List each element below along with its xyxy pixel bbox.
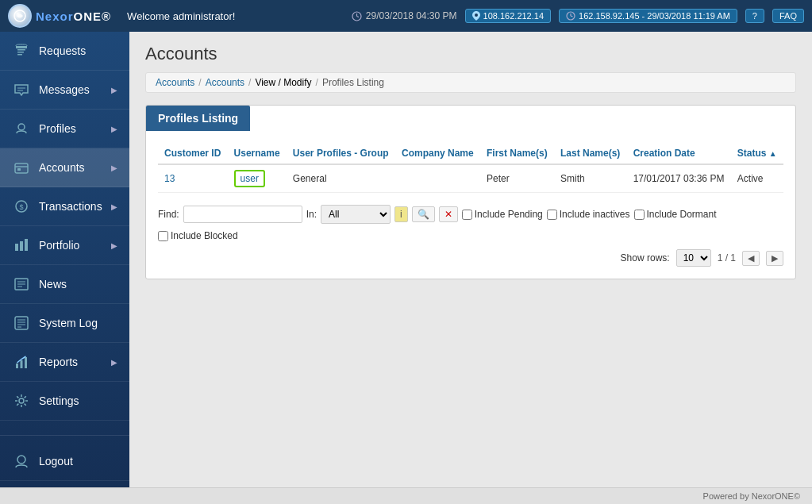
messages-arrow: ▶ xyxy=(111,86,117,94)
tab-panel: Profiles Listing Customer ID Username Us… xyxy=(145,105,796,279)
include-blocked-checkbox[interactable] xyxy=(158,231,168,241)
include-pending-label[interactable]: Include Pending xyxy=(462,209,543,220)
cell-status: Active xyxy=(731,164,783,193)
logo-icon xyxy=(8,4,32,28)
tab-profiles-listing[interactable]: Profiles Listing xyxy=(146,106,250,131)
clock-icon xyxy=(352,11,362,21)
ip1-badge: 108.162.212.14 xyxy=(465,9,551,23)
cell-creation-date: 17/01/2017 03:36 PM xyxy=(627,164,731,193)
col-last-name[interactable]: Last Name(s) xyxy=(554,143,627,164)
include-inactives-text: Include inactives xyxy=(560,209,630,220)
cell-first-name: Peter xyxy=(480,164,554,193)
portfolio-icon xyxy=(12,236,31,255)
profiles-arrow: ▶ xyxy=(111,125,117,133)
include-blocked-text: Include Blocked xyxy=(171,230,238,241)
col-user-profiles-group[interactable]: User Profiles - Group xyxy=(287,143,395,164)
requests-icon xyxy=(12,41,31,60)
portfolio-arrow: ▶ xyxy=(111,241,117,250)
sidebar-item-news-label: News xyxy=(39,278,67,290)
search-input[interactable] xyxy=(183,206,302,223)
include-inactives-label[interactable]: Include inactives xyxy=(547,209,630,220)
include-dormant-checkbox[interactable] xyxy=(634,210,645,220)
col-username[interactable]: Username xyxy=(228,143,287,164)
svg-line-3 xyxy=(356,16,359,17)
include-blocked-label[interactable]: Include Blocked xyxy=(158,230,238,241)
sidebar-item-transactions-label: Transactions xyxy=(39,200,102,213)
next-page-button[interactable]: ▶ xyxy=(766,251,783,266)
svg-rect-10 xyxy=(17,54,22,56)
in-select[interactable]: All Username Email Name xyxy=(321,205,391,224)
rows-select[interactable]: 10 25 50 xyxy=(676,249,711,267)
col-creation-date[interactable]: Creation Date xyxy=(627,143,731,164)
content-area: Accounts Accounts / Accounts / View / Mo… xyxy=(129,32,812,487)
sidebar-item-profiles-label: Profiles xyxy=(39,122,76,135)
col-first-name[interactable]: First Name(s) xyxy=(480,143,554,164)
logo-text: NexorONE® xyxy=(36,10,111,23)
sidebar-item-accounts-label: Accounts xyxy=(39,161,85,174)
sidebar-item-news[interactable]: News xyxy=(0,265,129,304)
info-button[interactable]: i xyxy=(394,206,408,222)
news-icon xyxy=(12,275,31,294)
include-pending-checkbox[interactable] xyxy=(462,210,472,220)
sidebar-item-reports-label: Reports xyxy=(39,356,78,368)
clear-button[interactable]: ✕ xyxy=(439,206,458,222)
sidebar-item-portfolio[interactable]: Portfolio ▶ xyxy=(0,226,129,265)
col-status[interactable]: Status ▲ xyxy=(731,143,783,164)
messages-icon xyxy=(12,80,31,99)
datetime-text: 29/03/2018 04:30 PM xyxy=(366,10,457,21)
breadcrumb-accounts-1[interactable]: Accounts xyxy=(156,77,194,88)
settings-icon xyxy=(12,391,31,410)
col-customer-id[interactable]: Customer ID xyxy=(158,143,228,164)
header-clock: 29/03/2018 04:30 PM xyxy=(352,10,457,21)
faq-button[interactable]: FAQ xyxy=(772,9,804,23)
tab-content: Customer ID Username User Profiles - Gro… xyxy=(146,131,795,279)
footer-text: Powered by NexorONE© xyxy=(703,491,800,501)
sidebar-item-logout[interactable]: Logout xyxy=(0,442,129,481)
breadcrumb-current: Profiles Listing xyxy=(322,77,384,88)
sidebar-item-system-log[interactable]: System Log xyxy=(0,304,129,343)
svg-rect-20 xyxy=(20,241,23,251)
sidebar-item-transactions[interactable]: $ Transactions ▶ xyxy=(0,187,129,226)
cell-customer-id: 13 xyxy=(158,164,228,193)
svg-rect-26 xyxy=(15,317,28,329)
show-rows-label: Show rows: xyxy=(621,252,670,264)
top-header: NexorONE® Welcome administrator! 29/03/2… xyxy=(0,0,812,32)
sidebar-item-settings[interactable]: Settings xyxy=(0,382,129,421)
customer-id-link[interactable]: 13 xyxy=(164,173,175,184)
cell-username: user xyxy=(228,164,287,193)
sidebar-item-system-log-label: System Log xyxy=(39,317,98,329)
logout-icon xyxy=(12,452,31,471)
ip2-badge: 162.158.92.145 - 29/03/2018 11:19 AM xyxy=(559,9,737,23)
svg-rect-21 xyxy=(25,239,28,251)
prev-page-button[interactable]: ◀ xyxy=(742,251,760,266)
sidebar-item-reports[interactable]: Reports ▶ xyxy=(0,343,129,382)
location-icon xyxy=(472,11,480,21)
include-dormant-label[interactable]: Include Dormant xyxy=(634,209,717,220)
svg-rect-19 xyxy=(15,244,18,251)
help-button[interactable]: ? xyxy=(745,9,764,23)
include-pending-text: Include Pending xyxy=(475,209,543,220)
system-log-icon xyxy=(12,314,31,333)
include-inactives-checkbox[interactable] xyxy=(547,210,557,220)
profiles-table: Customer ID Username User Profiles - Gro… xyxy=(158,143,783,193)
sidebar: Requests Messages ▶ Profiles ▶ xyxy=(0,32,129,487)
accounts-arrow: ▶ xyxy=(111,164,117,172)
include-dormant-text: Include Dormant xyxy=(647,209,717,220)
search-button[interactable]: 🔍 xyxy=(412,206,435,222)
sidebar-item-requests-label: Requests xyxy=(39,44,86,57)
sidebar-item-settings-label: Settings xyxy=(39,394,79,407)
breadcrumb-accounts-2[interactable]: Accounts xyxy=(206,77,244,88)
breadcrumb-sep-3: / xyxy=(316,77,318,88)
sidebar-item-requests[interactable]: Requests xyxy=(0,32,129,71)
accounts-icon xyxy=(12,158,31,177)
col-company-name[interactable]: Company Name xyxy=(395,143,480,164)
sidebar-item-messages[interactable]: Messages ▶ xyxy=(0,71,129,110)
sidebar-item-profiles[interactable]: Profiles ▶ xyxy=(0,110,129,148)
sidebar-item-accounts[interactable]: Accounts ▶ xyxy=(0,148,129,187)
username-value[interactable]: user xyxy=(234,170,265,187)
include-blocked-container: Include Blocked xyxy=(158,230,783,241)
table-header-row: Customer ID Username User Profiles - Gro… xyxy=(158,143,783,164)
svg-rect-14 xyxy=(15,164,28,173)
sidebar-item-messages-label: Messages xyxy=(39,83,90,96)
search-bar: Find: In: All Username Email Name i 🔍 ✕ … xyxy=(158,205,783,224)
